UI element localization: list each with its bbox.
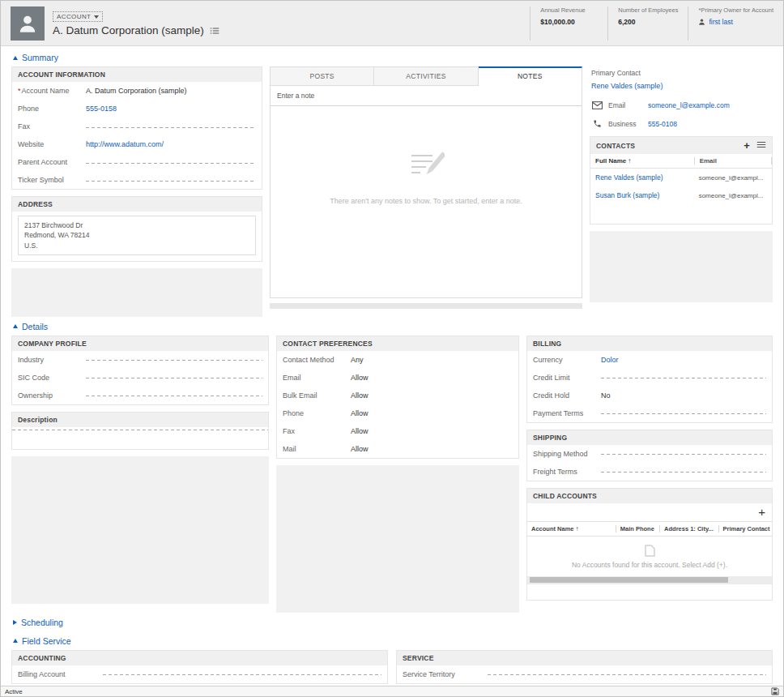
contacts-grid-empty-space xyxy=(590,204,772,224)
field-label: SIC Code xyxy=(18,374,86,382)
account-image[interactable] xyxy=(11,6,45,41)
primary-contact-label: Primary Contact xyxy=(591,69,771,77)
fax-pref-value[interactable]: Allow xyxy=(351,427,513,435)
header-field-primary-owner: *Primary Owner for Account first last xyxy=(688,6,783,41)
field-row-ownership: Ownership xyxy=(12,387,268,404)
child-accounts-panel: CHILD ACCOUNTS + Account Name↑ Main Phon… xyxy=(526,488,773,601)
shipping-method-value[interactable] xyxy=(601,453,766,454)
address-panel: ADDRESS 2137 Birchwood Dr Redmond, WA 78… xyxy=(11,196,262,262)
column-primary-contact[interactable]: Primary Contact xyxy=(718,525,772,532)
website-link[interactable]: http://www.adatum.com/ xyxy=(86,140,256,148)
mail-pref-value[interactable]: Allow xyxy=(351,445,513,453)
billing-account-value[interactable] xyxy=(103,673,381,674)
section-header-summary[interactable]: Summary xyxy=(11,48,773,66)
freight-terms-value[interactable] xyxy=(601,471,766,472)
column-main-phone[interactable]: Main Phone xyxy=(616,525,659,532)
business-phone-label: Business xyxy=(608,120,642,128)
summary-left-column: ACCOUNT INFORMATION *Account Name A. Dat… xyxy=(11,66,262,317)
address-line-1: 2137 Birchwood Dr xyxy=(24,220,249,230)
field-label: Service Territory xyxy=(403,670,488,678)
tab-notes[interactable]: NOTES xyxy=(479,66,582,86)
column-address-city[interactable]: Address 1: City... xyxy=(659,525,718,532)
note-input[interactable] xyxy=(271,86,582,106)
contact-name-link[interactable]: Rene Valdes (sample) xyxy=(590,173,694,182)
section-header-field-service[interactable]: Field Service xyxy=(11,631,773,650)
email-link[interactable]: someone_l@example.com xyxy=(648,101,730,109)
contact-method-value[interactable]: Any xyxy=(351,356,513,364)
email-pref-value[interactable]: Allow xyxy=(351,374,513,382)
empty-value-dash xyxy=(86,360,262,361)
section-header-scheduling[interactable]: Scheduling xyxy=(11,613,773,631)
field-label: Phone xyxy=(18,105,86,113)
credit-hold-value[interactable]: No xyxy=(601,391,766,400)
contact-email-cell[interactable]: someone_l@exampl... xyxy=(694,192,772,199)
field-label: Fax xyxy=(18,122,86,130)
entity-type-selector[interactable]: ACCOUNT xyxy=(53,11,103,22)
business-phone-link[interactable]: 555-0108 xyxy=(648,120,677,128)
stat-label: Number of Employees xyxy=(618,6,678,14)
primary-contact-card: Primary Contact Rene Valdes (sample) Ema… xyxy=(590,66,773,136)
field-service-section: ACCOUNTING Billing Account SERVICE Servi… xyxy=(11,650,773,684)
open-list-icon[interactable] xyxy=(756,141,766,150)
panel-title: Description xyxy=(12,413,268,427)
tab-activities[interactable]: ACTIVITIES xyxy=(374,66,478,86)
document-icon xyxy=(645,545,655,557)
fax-value[interactable] xyxy=(86,126,256,127)
currency-link[interactable]: Dolor xyxy=(601,356,766,364)
ownership-value[interactable] xyxy=(86,395,262,396)
empty-value-dash xyxy=(86,396,262,396)
address-composite-value[interactable]: 2137 Birchwood Dr Redmond, WA 78214 U.S. xyxy=(18,216,256,255)
empty-value-dash xyxy=(601,454,766,455)
field-label: Email xyxy=(283,374,351,382)
add-child-account-button[interactable]: + xyxy=(758,506,765,518)
phone-link[interactable]: 555-0158 xyxy=(86,105,256,113)
panel-title: ADDRESS xyxy=(12,197,262,212)
description-value[interactable] xyxy=(12,429,268,430)
parent-account-value[interactable] xyxy=(86,162,256,163)
stat-value[interactable]: $10,000.00 xyxy=(540,18,598,26)
person-silhouette-icon xyxy=(17,13,38,34)
stat-label: *Primary Owner for Account xyxy=(698,6,773,14)
service-territory-value[interactable] xyxy=(488,673,766,674)
child-accounts-scrollbar-thumb[interactable] xyxy=(530,577,728,583)
column-email[interactable]: Email xyxy=(694,157,772,165)
bulk-email-value[interactable]: Allow xyxy=(351,391,513,400)
field-label: Payment Terms xyxy=(533,409,601,417)
payment-terms-value[interactable] xyxy=(601,413,766,413)
placeholder-block xyxy=(11,268,262,317)
save-icon[interactable] xyxy=(771,687,779,695)
panel-title: CONTACTS xyxy=(596,142,635,150)
placeholder-block xyxy=(11,456,269,604)
contact-name-link[interactable]: Susan Burk (sample) xyxy=(590,191,694,199)
tab-posts[interactable]: POSTS xyxy=(270,66,374,86)
stat-value[interactable]: 6,200 xyxy=(618,18,678,26)
child-accounts-empty-message: No Accounts found for this account. Sele… xyxy=(572,561,727,569)
field-label: Industry xyxy=(18,356,86,364)
field-row-parent-account: Parent Account xyxy=(12,153,262,171)
column-full-name[interactable]: Full Name↑ xyxy=(590,157,694,165)
field-label: Phone xyxy=(283,409,351,417)
owner-link[interactable]: first last xyxy=(709,18,732,26)
industry-value[interactable] xyxy=(86,359,262,360)
notes-horizontal-scrollbar[interactable] xyxy=(270,303,582,309)
add-contact-button[interactable]: + xyxy=(744,140,750,151)
ticker-symbol-value[interactable] xyxy=(86,180,256,181)
account-name-value[interactable]: A. Datum Corporation (sample) xyxy=(86,87,256,95)
contact-row[interactable]: Susan Burk (sample) someone_l@exampl... xyxy=(590,186,772,204)
child-accounts-scrollbar-track xyxy=(527,576,772,584)
contact-row[interactable]: Rene Valdes (sample) someone_l@exampl... xyxy=(590,169,772,186)
business-phone-row: Business 555-0108 xyxy=(591,119,771,128)
credit-limit-value[interactable] xyxy=(601,377,766,378)
empty-value-dash xyxy=(601,378,766,378)
phone-pref-value[interactable]: Allow xyxy=(351,409,513,417)
form-selector-icon[interactable] xyxy=(210,27,219,35)
section-header-details[interactable]: Details xyxy=(11,317,773,336)
field-row-fax-pref: Fax Allow xyxy=(277,422,518,440)
sic-code-value[interactable] xyxy=(86,377,262,378)
field-label: Bulk Email xyxy=(283,391,351,400)
contact-email-cell[interactable]: someone_l@exampl... xyxy=(694,174,772,182)
field-row-fax: Fax xyxy=(12,118,262,135)
column-account-name[interactable]: Account Name↑ xyxy=(527,525,616,532)
status-bar: Active xyxy=(1,686,783,696)
primary-contact-link[interactable]: Rene Valdes (sample) xyxy=(591,82,663,90)
